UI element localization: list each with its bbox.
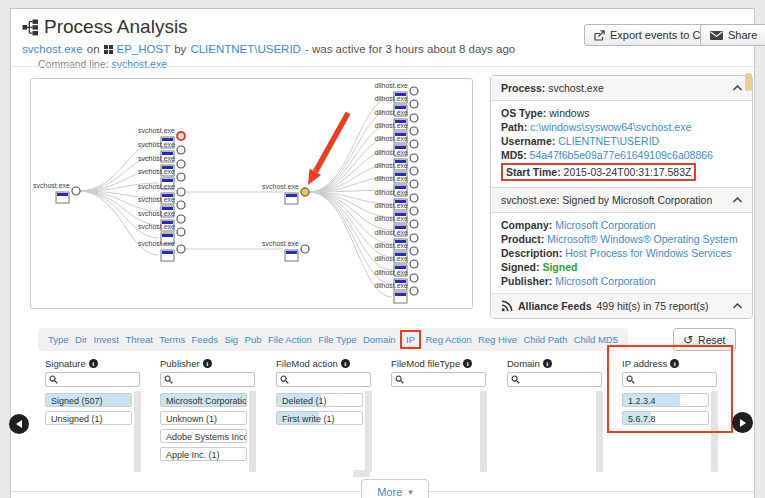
filter-tab-pub[interactable]: Pub: [245, 334, 262, 345]
facet-item-deleted-1-[interactable]: Deleted (1): [276, 393, 363, 407]
process-node-dot[interactable]: [410, 274, 418, 282]
process-node-dot[interactable]: [410, 287, 418, 295]
process-node-dot[interactable]: [301, 245, 309, 253]
process-node-dot[interactable]: [410, 207, 418, 215]
facet-search-input[interactable]: [176, 375, 246, 385]
facet-item-1.2.3.4[interactable]: 1.2.3.4: [622, 393, 709, 407]
process-node-dot[interactable]: [410, 220, 418, 228]
info-icon[interactable]: i: [89, 359, 98, 368]
facet-search-input[interactable]: [638, 375, 708, 385]
info-icon[interactable]: i: [341, 359, 350, 368]
process-node-dot[interactable]: [410, 260, 418, 268]
scrollbar-track[interactable]: [365, 391, 372, 472]
horizontal-scroll-thumb[interactable]: [353, 470, 370, 477]
detail-value-md5[interactable]: 54a47f6b5e09a77e61649109c6a08866: [530, 149, 713, 161]
scrollbar-track[interactable]: [134, 391, 141, 472]
process-node-dot[interactable]: [410, 114, 418, 122]
process-node-dot[interactable]: [177, 160, 185, 168]
subtitle-process-link[interactable]: svchost.exe: [22, 43, 83, 55]
detail-value-description[interactable]: Host Process for Windows Services: [565, 247, 731, 259]
chevron-up-icon[interactable]: [733, 303, 742, 309]
process-node-dot[interactable]: [410, 154, 418, 162]
process-node-dot[interactable]: [410, 100, 418, 108]
process-node-svchost.exe[interactable]: svchost.exe: [262, 183, 309, 204]
facet-item-first-write-1-[interactable]: First write (1): [276, 411, 363, 425]
detail-value-path[interactable]: c:\windows\syswow64\svchost.exe: [530, 121, 691, 133]
process-node-dot[interactable]: [301, 188, 309, 196]
process-node-dot[interactable]: [177, 188, 185, 196]
detail-value-username[interactable]: CLIENTNET\USERID: [558, 135, 659, 147]
filter-tab-reg-action[interactable]: Reg Action: [426, 334, 472, 345]
info-icon[interactable]: i: [543, 359, 552, 368]
facet-search-input[interactable]: [61, 375, 131, 385]
chevron-up-icon[interactable]: [733, 197, 742, 203]
scroll-right-button[interactable]: [732, 412, 753, 433]
facet-item-5.6.7.8[interactable]: 5.6.7.8: [622, 411, 709, 425]
process-node-dot[interactable]: [410, 140, 418, 148]
filter-tab-child-md5[interactable]: Child MD5: [574, 334, 618, 345]
process-node-dot[interactable]: [177, 146, 185, 154]
process-node-dot[interactable]: [72, 187, 80, 195]
info-icon[interactable]: i: [203, 359, 212, 368]
filter-tab-dir[interactable]: Dir: [75, 334, 87, 345]
filter-tab-domain[interactable]: Domain: [363, 334, 396, 345]
subtitle-host-link[interactable]: EP_HOST: [117, 43, 171, 55]
process-node-svchost.exe[interactable]: svchost.exe: [33, 182, 80, 203]
process-node-dot[interactable]: [177, 132, 185, 140]
reset-button[interactable]: ↺ Reset: [673, 328, 736, 351]
scroll-left-button[interactable]: [9, 414, 29, 434]
facet-item-adobe-systems-incorporated[interactable]: Adobe Systems Incorporated: [160, 429, 247, 443]
facet-item-apple-inc.-1-[interactable]: Apple Inc. (1): [160, 447, 247, 461]
info-icon[interactable]: i: [463, 359, 472, 368]
scrollbar-track[interactable]: [711, 391, 718, 472]
process-node-dot[interactable]: [410, 180, 418, 188]
signed-section-header[interactable]: svchost.exe: Signed by Microsoft Corpora…: [491, 187, 752, 213]
alliance-feeds-header[interactable]: Alliance Feeds 499 hit(s) in 75 report(s…: [491, 293, 752, 318]
scrollbar-track[interactable]: [596, 391, 603, 472]
scrollbar-track[interactable]: [480, 391, 487, 472]
filter-tab-terms[interactable]: Terms: [159, 334, 185, 345]
facet-item-microsoft-corporation-505-[interactable]: Microsoft Corporation (505): [160, 393, 247, 407]
filter-tab-feeds[interactable]: Feeds: [192, 334, 218, 345]
info-icon[interactable]: i: [670, 359, 679, 368]
process-panel-header[interactable]: Process: svchost.exe: [491, 76, 752, 101]
process-node-dot[interactable]: [177, 201, 185, 209]
detail-value-company[interactable]: Microsoft Corporation: [555, 219, 655, 231]
process-node-dot[interactable]: [410, 234, 418, 242]
process-node-dot[interactable]: [410, 87, 418, 95]
scrollbar-track[interactable]: [249, 391, 256, 472]
share-button[interactable]: Share: [700, 24, 765, 46]
process-node-dot[interactable]: [177, 245, 185, 253]
facet-search-input[interactable]: [407, 375, 477, 385]
process-node-dot[interactable]: [177, 215, 185, 223]
filter-tab-ip[interactable]: IP: [400, 330, 421, 349]
detail-value-product[interactable]: Microsoft® Windows® Operating System: [547, 233, 738, 245]
subtitle-user-link[interactable]: CLIENTNET\USERID: [190, 43, 301, 55]
process-node-dot[interactable]: [410, 127, 418, 135]
filter-tab-sig[interactable]: Sig: [224, 334, 238, 345]
facet-item-signed-507-[interactable]: Signed (507): [45, 393, 132, 407]
filter-tab-type[interactable]: Type: [48, 334, 69, 345]
command-line-value[interactable]: svchost.exe: [112, 58, 167, 70]
filter-tab-threat[interactable]: Threat: [125, 334, 152, 345]
filter-tab-file-action[interactable]: File Action: [268, 334, 312, 345]
filter-tab-child-path[interactable]: Child Path: [523, 334, 567, 345]
process-node-svchost.exe[interactable]: svchost.exe: [262, 240, 309, 261]
scrollbar-thumb[interactable]: [745, 73, 752, 91]
filter-tab-file-type[interactable]: File Type: [318, 334, 356, 345]
chevron-up-icon[interactable]: [733, 85, 742, 91]
process-node-dot[interactable]: [410, 194, 418, 202]
filter-tab-invest[interactable]: Invest: [94, 334, 119, 345]
detail-value-publisher[interactable]: Microsoft Corporation: [555, 275, 655, 287]
window-titlebar: [286, 194, 297, 197]
facet-item-unknown-1-[interactable]: Unknown (1): [160, 411, 247, 425]
process-node-dot[interactable]: [177, 173, 185, 181]
more-button[interactable]: More ▾: [361, 479, 429, 498]
process-node-dot[interactable]: [410, 247, 418, 255]
filter-tab-reg-hive[interactable]: Reg Hive: [478, 334, 517, 345]
process-node-dot[interactable]: [410, 167, 418, 175]
facet-search-input[interactable]: [523, 375, 593, 385]
facet-item-unsigned-1-[interactable]: Unsigned (1): [45, 411, 132, 425]
facet-search-input[interactable]: [292, 375, 362, 385]
process-node-dot[interactable]: [177, 228, 185, 236]
